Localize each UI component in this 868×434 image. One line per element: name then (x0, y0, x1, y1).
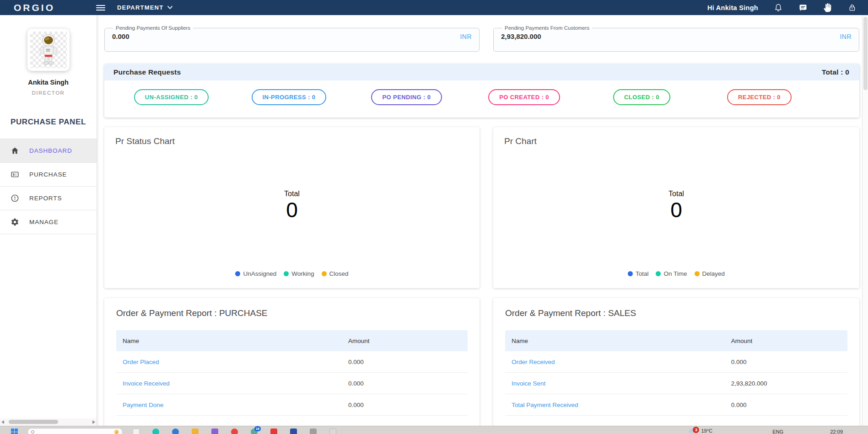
top-navbar: ORGIO DEPARTMENT Hi Ankita Singh (0, 0, 868, 15)
row-link-invoice-received[interactable]: Invoice Received (123, 380, 170, 387)
navbar-actions: Hi Ankita Singh (707, 3, 868, 12)
start-button[interactable] (11, 429, 18, 434)
logo-wrap: ORGIO (0, 2, 90, 13)
taskbar-app-icon[interactable] (329, 429, 336, 434)
taskbar-app-icon[interactable] (290, 429, 297, 434)
row-amount: 0.000 (731, 402, 847, 408)
legend-dot (284, 271, 289, 276)
purchase-requests-title: Purchase Requests (113, 68, 181, 76)
messages-chat-icon[interactable] (798, 3, 808, 12)
legend-item-working[interactable]: Working (284, 270, 314, 277)
status-pill-po-pending[interactable]: PO PENDING : 0 (371, 89, 442, 105)
row-link-order-received[interactable]: Order Received (512, 359, 555, 365)
row-amount: 2,93,820.000 (731, 380, 847, 387)
purchase-requests-card: Purchase Requests Total : 0 UN-ASSIGNED … (104, 64, 859, 118)
currency-label: INR (460, 33, 472, 40)
taskbar-app-icon[interactable] (152, 429, 159, 434)
row-amount: 0.000 (348, 359, 468, 365)
search-icon (31, 430, 34, 434)
legend-label: Closed (329, 270, 349, 277)
sales-report-card: Order & Payment Report : SALES Name Amou… (493, 298, 859, 434)
taskbar-app-icon[interactable] (133, 429, 140, 434)
status-pills-row: UN-ASSIGNED : 0 IN-PROGRESS : 0 PO PENDI… (104, 80, 859, 118)
legend-label: UnAssigned (243, 270, 276, 277)
windows-taskbar: 18 3 19°C ENG 22:09 (0, 426, 868, 434)
weather-widget[interactable]: 3 19°C (689, 428, 712, 434)
svg-text:$: $ (12, 172, 15, 177)
taskbar-app-icon[interactable] (172, 429, 179, 434)
scrollbar-thumb[interactable] (9, 420, 58, 424)
taskbar-search-box[interactable] (27, 428, 123, 434)
sidebar-item-label: PURCHASE (29, 171, 67, 178)
scrollbar-thumb[interactable] (863, 17, 868, 90)
taskbar-app-icon[interactable] (231, 429, 238, 434)
chart-title: Pr Status Chart (115, 136, 469, 146)
language-indicator[interactable]: ENG (772, 429, 783, 434)
lock-icon[interactable] (847, 3, 857, 12)
temperature-label: 19°C (701, 428, 712, 434)
vertical-scrollbar[interactable] (862, 15, 868, 434)
legend-item-closed[interactable]: Closed (322, 270, 349, 277)
table-row: Order Received 0.000 (505, 351, 847, 373)
pr-status-chart-card: Pr Status Chart Total 0 UnAssigned Worki… (104, 127, 480, 288)
taskbar-app-icon[interactable] (310, 429, 317, 434)
row-link-payment-done[interactable]: Payment Done (123, 402, 163, 408)
reports-row: Order & Payment Report : PURCHASE Name A… (104, 298, 859, 434)
table-row: Order Placed 0.000 (116, 351, 468, 373)
scroll-left-arrow[interactable] (1, 420, 4, 424)
legend-item-unassigned[interactable]: UnAssigned (235, 270, 276, 277)
scroll-right-arrow[interactable] (92, 420, 95, 424)
chart-total-label: Total (115, 190, 469, 198)
legend-item-delayed[interactable]: Delayed (695, 270, 725, 277)
taskbar-app-icon[interactable] (270, 429, 277, 434)
invoice-bill-icon: $ (10, 170, 19, 179)
sidebar: Ankita Singh DIRECTOR PURCHASE PANEL DAS… (0, 15, 97, 434)
report-alert-icon (10, 194, 19, 203)
report-table: Name Amount Order Received 0.000 Invoice… (505, 330, 847, 416)
taskbar-apps: 18 (133, 429, 336, 434)
sidebar-item-purchase[interactable]: $ PURCHASE (0, 163, 97, 187)
home-icon (10, 146, 19, 155)
sidebar-item-reports[interactable]: REPORTS (0, 187, 97, 210)
hamburger-menu-icon[interactable] (96, 4, 105, 12)
sidebar-horizontal-scrollbar[interactable] (0, 418, 97, 425)
status-pill-po-created[interactable]: PO CREATED : 0 (488, 89, 560, 105)
status-pill-in-progress[interactable]: IN-PROGRESS : 0 (252, 89, 327, 105)
clock[interactable]: 22:09 (830, 429, 843, 434)
legend-item-total[interactable]: Total (628, 270, 649, 277)
pr-chart-card: Pr Chart Total 0 Total On Time (493, 127, 859, 288)
table-row: Payment Done 0.000 (116, 394, 468, 416)
row-link-invoice-sent[interactable]: Invoice Sent (512, 380, 545, 387)
legend-dot (235, 271, 240, 276)
panel-title: PURCHASE PANEL (0, 118, 97, 127)
currency-label: INR (840, 33, 852, 40)
table-row: Total Payment Received 0.000 (505, 394, 847, 416)
legend-label: Working (291, 270, 314, 277)
notifications-bell-icon[interactable] (773, 3, 783, 12)
status-pill-closed[interactable]: CLOSED : 0 (613, 89, 670, 105)
row-link-total-payment-received[interactable]: Total Payment Received (512, 402, 578, 408)
raised-hand-icon[interactable] (823, 3, 832, 12)
row-link-order-placed[interactable]: Order Placed (123, 359, 159, 365)
sidebar-item-label: MANAGE (29, 219, 59, 225)
search-highlights-icon (114, 430, 119, 434)
avatar (27, 29, 70, 71)
sidebar-item-manage[interactable]: MANAGE (0, 210, 97, 234)
pending-suppliers-label: Pending Payments Of Suppliers (113, 25, 193, 31)
taskbar-app-icon[interactable] (192, 429, 199, 434)
status-pill-unassigned[interactable]: UN-ASSIGNED : 0 (134, 89, 209, 105)
legend-item-on-time[interactable]: On Time (656, 270, 687, 277)
orgio-logo[interactable]: ORGIO (14, 2, 55, 13)
sidebar-item-dashboard[interactable]: DASHBOARD (0, 139, 97, 163)
taskbar-app-icon[interactable] (211, 429, 218, 434)
report-table: Name Amount Order Placed 0.000 Invoice R… (116, 330, 468, 416)
gear-icon (10, 218, 19, 227)
app-notification-badge: 18 (254, 426, 261, 431)
report-title: Order & Payment Report : SALES (505, 308, 847, 318)
legend-label: On Time (663, 270, 687, 277)
taskbar-app-icon-with-badge[interactable]: 18 (251, 429, 258, 434)
department-dropdown[interactable]: DEPARTMENT (117, 4, 173, 11)
status-pill-rejected[interactable]: REJECTED : 0 (727, 89, 792, 105)
chart-total: Total 0 (504, 190, 848, 222)
legend-dot (656, 271, 661, 276)
